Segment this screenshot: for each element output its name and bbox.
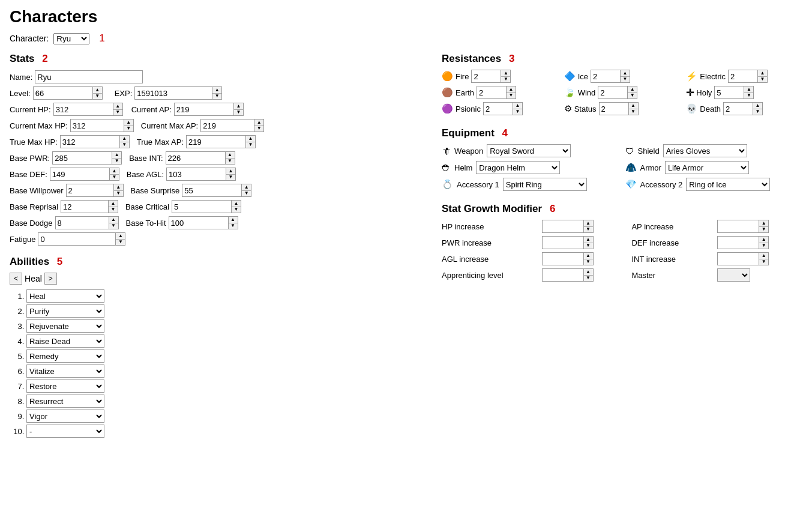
fire-resist-input[interactable] bbox=[471, 70, 501, 83]
weapon-select[interactable]: Royal SwordIron SwordSteel Sword bbox=[487, 144, 571, 157]
ability-select-3[interactable]: RejuvenateHeal- bbox=[26, 319, 104, 333]
fire-label: Fire bbox=[456, 72, 469, 81]
helm-icon: ⛑ bbox=[442, 163, 451, 173]
ability-select-6[interactable]: VitalizeHeal- bbox=[26, 364, 104, 378]
current-hp-input[interactable] bbox=[53, 103, 113, 116]
ability-select-2[interactable]: PurifyHeal- bbox=[26, 304, 104, 318]
page-title: Characters bbox=[10, 7, 802, 26]
hp-increase-input[interactable] bbox=[542, 220, 584, 233]
resistance-fire: 🟠 Fire ▲▼ bbox=[442, 70, 558, 83]
ability-prev-button[interactable]: < bbox=[10, 273, 22, 285]
level-input-container: ▲▼ bbox=[33, 86, 103, 100]
ability-select-9[interactable]: VigorHeal- bbox=[26, 410, 104, 423]
level-down[interactable]: ▼ bbox=[93, 94, 102, 100]
base-surprise-input[interactable] bbox=[182, 184, 242, 197]
armor-select[interactable]: Life ArmorIron ArmorNone bbox=[665, 161, 749, 174]
base-to-hit-input[interactable] bbox=[169, 216, 229, 229]
ice-resist-input[interactable] bbox=[591, 70, 621, 83]
ability-select-7[interactable]: RestoreHeal- bbox=[26, 379, 104, 393]
base-int-input[interactable] bbox=[166, 151, 226, 165]
equipment-title: Equipment 4 bbox=[442, 127, 802, 139]
holy-resist-input[interactable] bbox=[714, 86, 744, 99]
base-critical-input[interactable] bbox=[172, 200, 232, 213]
ice-icon: 🔷 bbox=[564, 71, 576, 82]
accessory2-select[interactable]: Ring of IceNone bbox=[686, 178, 770, 191]
ability-select-10[interactable]: -Heal bbox=[26, 425, 104, 438]
holy-label: Holy bbox=[696, 88, 712, 97]
level-up[interactable]: ▲ bbox=[93, 87, 102, 94]
apprenticing-input[interactable] bbox=[542, 268, 584, 282]
master-select[interactable] bbox=[717, 268, 750, 282]
status-icon: ⚙ bbox=[564, 103, 572, 114]
accessory1-icon: 💍 bbox=[442, 179, 453, 190]
list-item: VitalizeHeal- bbox=[26, 364, 430, 378]
int-increase-label: INT increase bbox=[631, 255, 712, 264]
fatigue-label: Fatigue bbox=[10, 235, 35, 244]
stats-title: Stats 2 bbox=[10, 53, 430, 65]
pwr-increase-input[interactable] bbox=[542, 236, 584, 249]
hp-increase-label: HP increase bbox=[442, 222, 537, 231]
psionic-resist-input[interactable] bbox=[483, 102, 513, 115]
base-reprisal-input[interactable] bbox=[61, 200, 109, 213]
current-max-ap-input[interactable] bbox=[200, 119, 254, 132]
resistances-title: Resistances 3 bbox=[442, 53, 802, 65]
earth-label: Earth bbox=[456, 88, 474, 97]
def-increase-input[interactable] bbox=[717, 236, 759, 249]
list-item: ResurrectHeal- bbox=[26, 395, 430, 408]
armor-icon: 🧥 bbox=[625, 162, 637, 173]
exp-down[interactable]: ▼ bbox=[212, 94, 221, 100]
stat-growth-title: Stat Growth Modifier 6 bbox=[442, 203, 802, 215]
base-willpower-input[interactable] bbox=[66, 184, 114, 197]
accessory2-row: 💎 Accessory 2 Ring of IceNone bbox=[625, 178, 803, 191]
true-max-hp-input[interactable] bbox=[60, 135, 120, 148]
electric-resist-input[interactable] bbox=[728, 70, 758, 83]
death-icon: 💀 bbox=[686, 103, 697, 114]
name-input[interactable] bbox=[35, 70, 143, 83]
ap-increase-label: AP increase bbox=[631, 222, 712, 231]
armor-row: 🧥 Armor Life ArmorIron ArmorNone bbox=[625, 161, 803, 174]
wind-label: Wind bbox=[578, 88, 596, 97]
weapon-row: 🗡 Weapon Royal SwordIron SwordSteel Swor… bbox=[442, 144, 619, 157]
ability-next-button[interactable]: > bbox=[44, 273, 57, 285]
status-label: Status bbox=[574, 104, 597, 113]
ability-select-4[interactable]: Raise DeadHeal- bbox=[26, 334, 104, 348]
death-resist-input[interactable] bbox=[723, 102, 753, 115]
character-select[interactable]: Ryu Nina Momo Garr Rei bbox=[53, 33, 89, 44]
earth-resist-input[interactable] bbox=[477, 86, 507, 99]
electric-icon: ⚡ bbox=[686, 71, 697, 82]
status-resist-input[interactable] bbox=[599, 102, 629, 115]
int-increase-input[interactable] bbox=[717, 252, 759, 265]
true-max-ap-input[interactable] bbox=[186, 135, 246, 148]
base-dodge-input[interactable] bbox=[55, 216, 109, 229]
accessory1-select[interactable]: Spirit RingNone bbox=[503, 178, 587, 191]
base-agl-input[interactable] bbox=[166, 168, 226, 181]
list-item: VigorHeal- bbox=[26, 410, 430, 423]
weapon-icon: 🗡 bbox=[442, 146, 451, 156]
list-item: Raise DeadHeal- bbox=[26, 334, 430, 348]
exp-input[interactable] bbox=[134, 86, 212, 100]
base-def-input[interactable] bbox=[50, 168, 110, 181]
base-reprisal-label: Base Reprisal bbox=[10, 202, 58, 211]
shield-select[interactable]: Aries GlovesIron ShieldNone bbox=[663, 144, 747, 157]
shield-label: Shield bbox=[638, 147, 660, 156]
exp-up[interactable]: ▲ bbox=[212, 87, 221, 94]
wind-resist-input[interactable] bbox=[598, 86, 628, 99]
agl-increase-label: AGL increase bbox=[442, 255, 537, 264]
accessory2-label: Accessory 2 bbox=[640, 180, 683, 189]
ap-increase-input[interactable] bbox=[717, 220, 759, 233]
helm-select[interactable]: Dragon HelmIron HelmNone bbox=[476, 161, 560, 174]
helm-label: Helm bbox=[454, 163, 472, 172]
current-ap-input[interactable] bbox=[174, 103, 234, 116]
base-pwr-input[interactable] bbox=[52, 151, 112, 165]
fatigue-input[interactable] bbox=[38, 232, 116, 246]
current-max-hp-input[interactable] bbox=[70, 119, 124, 132]
death-label: Death bbox=[700, 104, 721, 113]
level-input[interactable] bbox=[33, 86, 93, 100]
list-item: -Heal bbox=[26, 425, 430, 438]
ability-select-8[interactable]: ResurrectHeal- bbox=[26, 395, 104, 408]
ability-select-1[interactable]: HealPurifyRejuvenate- bbox=[26, 289, 104, 303]
agl-increase-input[interactable] bbox=[542, 252, 584, 265]
list-item: RejuvenateHeal- bbox=[26, 319, 430, 333]
abilities-title: Abilities 5 bbox=[10, 256, 430, 268]
ability-select-5[interactable]: RemedyHeal- bbox=[26, 349, 104, 363]
